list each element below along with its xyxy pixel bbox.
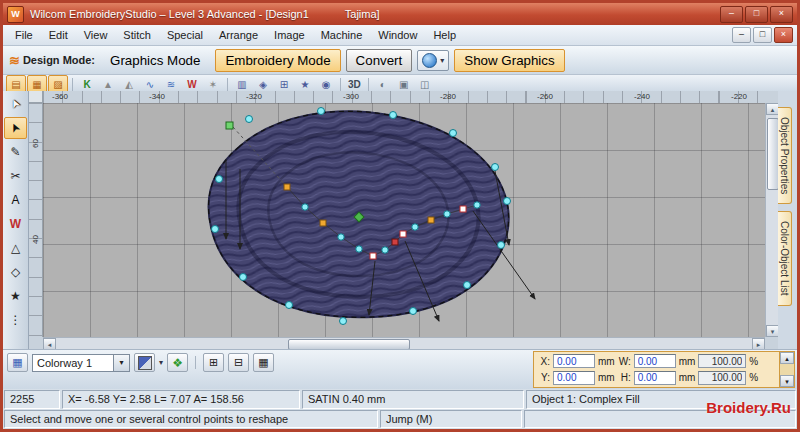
minimize-button[interactable]: – xyxy=(720,6,743,23)
scale-y-input[interactable] xyxy=(698,371,746,385)
tool-palette: ➤ ➤ ✎ ✂ A W △ ◇ ★ ⋮ xyxy=(3,91,29,349)
reshape-node[interactable] xyxy=(492,164,499,171)
thread-chart-button[interactable]: ⊞ xyxy=(203,353,224,372)
stitch-edit-tool[interactable]: ⋮ xyxy=(4,309,27,331)
horizontal-scrollbar[interactable]: ◂ ▸ xyxy=(43,337,765,349)
shape-tool[interactable]: △ xyxy=(4,237,27,259)
start-point-handle[interactable] xyxy=(226,122,233,129)
color-swatch-button[interactable] xyxy=(134,353,155,372)
y-label: Y: xyxy=(537,372,550,383)
control-circle[interactable] xyxy=(474,202,480,208)
maximize-button[interactable]: □ xyxy=(745,6,768,23)
control-square[interactable] xyxy=(428,217,434,223)
reshape-node[interactable] xyxy=(246,116,253,123)
control-circle[interactable] xyxy=(302,204,308,210)
menu-arrange[interactable]: Arrange xyxy=(211,27,266,43)
reshape-node[interactable] xyxy=(450,130,457,137)
ruler-tick: -300 xyxy=(343,92,359,101)
select-tool[interactable]: ➤ xyxy=(4,93,27,115)
watermark: Broidery.Ru xyxy=(706,399,791,416)
color-mixer-button[interactable]: ❖ xyxy=(167,353,188,372)
control-square[interactable] xyxy=(400,231,406,237)
control-square[interactable] xyxy=(284,184,290,190)
vertical-scrollbar[interactable]: ▴ ▾ xyxy=(765,103,778,337)
graphics-mode-button[interactable]: Graphics Mode xyxy=(100,49,210,72)
x-input[interactable] xyxy=(553,354,595,368)
reshape-node[interactable] xyxy=(390,112,397,119)
title-bar[interactable]: W Wilcom EmbroideryStudio – Level 3 Adva… xyxy=(3,3,797,25)
pen-tool[interactable]: ✎ xyxy=(4,141,27,163)
scale-x-input[interactable] xyxy=(698,354,746,368)
control-square[interactable] xyxy=(370,253,376,259)
lettering-tool[interactable]: A xyxy=(4,189,27,211)
ruler-tick: -260 xyxy=(537,92,553,101)
ruler-tick: 60 xyxy=(31,139,40,148)
chevron-down-icon[interactable]: ▾ xyxy=(113,355,129,371)
status-bar: 2255 X= -6.58 Y= 2.58 L= 7.07 A= 158.56 … xyxy=(3,389,797,409)
menu-window[interactable]: Window xyxy=(370,27,425,43)
reshape-node[interactable] xyxy=(216,176,223,183)
diamond-shape-tool[interactable]: ◇ xyxy=(4,261,27,283)
menu-edit[interactable]: Edit xyxy=(41,27,76,43)
menu-file[interactable]: File xyxy=(7,27,41,43)
control-square[interactable] xyxy=(460,206,466,212)
mdi-minimize-button[interactable]: – xyxy=(732,27,751,43)
palette-button[interactable]: ▦ xyxy=(253,353,274,372)
window-controls: – □ × xyxy=(720,6,793,23)
reshape-node[interactable] xyxy=(286,302,293,309)
reshape-node[interactable] xyxy=(498,242,505,249)
chevron-down-icon[interactable]: ▾ xyxy=(159,358,163,367)
control-circle[interactable] xyxy=(412,224,418,230)
control-square[interactable] xyxy=(320,220,326,226)
reshape-tool[interactable]: ➤ xyxy=(4,117,27,139)
menu-machine[interactable]: Machine xyxy=(313,27,371,43)
colorway-combobox[interactable]: Colorway 1 ▾ xyxy=(32,354,130,372)
menu-special[interactable]: Special xyxy=(159,27,211,43)
menu-help[interactable]: Help xyxy=(425,27,464,43)
reshape-node[interactable] xyxy=(464,282,471,289)
h-unit: mm xyxy=(679,372,696,383)
design-canvas[interactable] xyxy=(43,103,765,337)
control-circle[interactable] xyxy=(444,211,450,217)
colorway-toolbar: ▦ Colorway 1 ▾ ▾ ❖ ⊞ ⊟ ▦ xyxy=(3,350,531,389)
reshape-node[interactable] xyxy=(410,308,417,315)
show-graphics-button[interactable]: Show Graphics xyxy=(454,49,564,72)
menu-stitch[interactable]: Stitch xyxy=(115,27,159,43)
mode-toolbar: ≋ Design Mode: Graphics Mode Embroidery … xyxy=(3,46,797,75)
toolbar-separator xyxy=(72,78,73,91)
knife-tool[interactable]: ✂ xyxy=(4,165,27,187)
y-input[interactable] xyxy=(553,371,595,385)
monogram-tool[interactable]: W xyxy=(4,213,27,235)
ruler-tick: 40 xyxy=(31,235,40,244)
mdi-close-button[interactable]: × xyxy=(774,27,793,43)
mdi-restore-button[interactable]: □ xyxy=(753,27,772,43)
window-title: Wilcom EmbroideryStudio – Level 3 Advanc… xyxy=(30,8,309,20)
close-button[interactable]: × xyxy=(770,6,793,23)
w-input[interactable] xyxy=(634,354,676,368)
reshape-node[interactable] xyxy=(318,108,325,115)
thread-colors-button[interactable]: ⊟ xyxy=(228,353,249,372)
design-svg xyxy=(43,103,765,337)
embroidery-mode-button[interactable]: Embroidery Mode xyxy=(215,49,340,72)
reshape-node[interactable] xyxy=(212,226,219,233)
control-circle[interactable] xyxy=(356,246,362,252)
tab-object-properties[interactable]: Object Properties xyxy=(778,107,792,204)
reshape-node[interactable] xyxy=(240,274,247,281)
reshape-arrow-icon: ➤ xyxy=(7,120,24,135)
background-swatch-icon[interactable]: ▦ xyxy=(7,353,28,372)
spin-up-button[interactable]: ▴ xyxy=(780,352,794,364)
vertical-ruler[interactable]: 60 40 xyxy=(29,103,43,337)
reshape-node[interactable] xyxy=(340,318,347,325)
convert-button[interactable]: Convert xyxy=(346,49,413,72)
control-circle[interactable] xyxy=(338,234,344,240)
star-shape-tool[interactable]: ★ xyxy=(4,285,27,307)
menu-view[interactable]: View xyxy=(76,27,116,43)
tab-color-object-list[interactable]: Color-Object List xyxy=(778,211,792,305)
spin-down-button[interactable]: ▾ xyxy=(780,375,794,387)
menu-image[interactable]: Image xyxy=(266,27,313,43)
h-input[interactable] xyxy=(634,371,676,385)
hoop-globe-button[interactable]: ▾ xyxy=(417,50,449,71)
control-square[interactable] xyxy=(392,239,398,245)
reshape-node[interactable] xyxy=(504,198,511,205)
control-circle[interactable] xyxy=(382,247,388,253)
